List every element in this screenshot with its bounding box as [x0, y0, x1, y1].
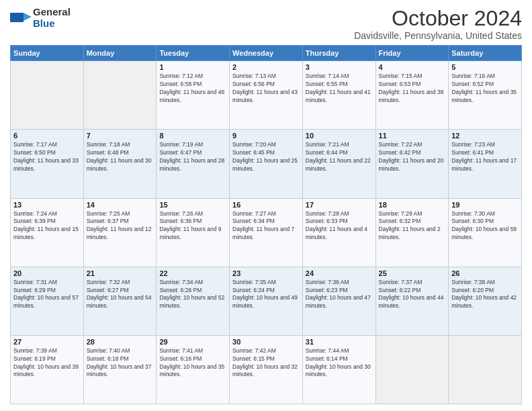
day-info: Sunrise: 7:31 AMSunset: 6:29 PMDaylight:…: [13, 279, 79, 310]
day-info: Sunrise: 7:14 AMSunset: 6:55 PMDaylight:…: [306, 73, 371, 103]
day-info: Sunrise: 7:26 AMSunset: 6:36 PMDaylight:…: [159, 210, 221, 241]
day-info: Sunrise: 7:18 AMSunset: 6:48 PMDaylight:…: [87, 141, 152, 172]
day-info: Sunrise: 7:38 AMSunset: 6:20 PMDaylight:…: [451, 279, 517, 310]
cell-2-5: 18Sunrise: 7:29 AMSunset: 6:32 PMDayligh…: [375, 198, 449, 267]
cell-0-6: 5Sunrise: 7:16 AMSunset: 6:52 PMDaylight…: [449, 61, 522, 130]
day-number: 12: [451, 132, 519, 140]
day-number: 6: [13, 132, 81, 140]
svg-marker-1: [24, 13, 32, 21]
day-info: Sunrise: 7:27 AMSunset: 6:34 PMDaylight:…: [232, 210, 294, 241]
cell-1-3: 9Sunrise: 7:20 AMSunset: 6:45 PMDaylight…: [230, 130, 303, 198]
day-number: 3: [306, 63, 373, 71]
day-info: Sunrise: 7:15 AMSunset: 6:53 PMDaylight:…: [379, 73, 444, 103]
day-number: 14: [87, 201, 154, 209]
day-number: 2: [232, 63, 300, 71]
col-monday: Monday: [83, 46, 157, 61]
calendar-table: Sunday Monday Tuesday Wednesday Thursday…: [10, 45, 522, 404]
cell-1-6: 12Sunrise: 7:23 AMSunset: 6:41 PMDayligh…: [449, 130, 522, 198]
week-row-2: 13Sunrise: 7:24 AMSunset: 6:39 PMDayligh…: [11, 198, 522, 267]
cell-3-6: 26Sunrise: 7:38 AMSunset: 6:20 PMDayligh…: [449, 267, 522, 335]
cell-4-6: [449, 335, 522, 404]
day-number: 1: [159, 63, 226, 71]
col-wednesday: Wednesday: [230, 46, 303, 61]
header-row: Sunday Monday Tuesday Wednesday Thursday…: [11, 46, 522, 61]
calendar-body: 1Sunrise: 7:12 AMSunset: 6:58 PMDaylight…: [11, 61, 522, 404]
cell-3-1: 21Sunrise: 7:32 AMSunset: 6:27 PMDayligh…: [83, 267, 157, 335]
svg-rect-0: [10, 13, 24, 22]
day-info: Sunrise: 7:30 AMSunset: 6:30 PMDaylight:…: [451, 210, 517, 241]
day-number: 13: [13, 201, 81, 209]
cell-0-3: 2Sunrise: 7:13 AMSunset: 6:56 PMDaylight…: [230, 61, 303, 130]
day-number: 9: [232, 132, 300, 140]
cell-4-3: 30Sunrise: 7:42 AMSunset: 6:15 PMDayligh…: [230, 335, 303, 404]
week-row-3: 20Sunrise: 7:31 AMSunset: 6:29 PMDayligh…: [11, 267, 522, 335]
day-info: Sunrise: 7:19 AMSunset: 6:47 PMDaylight:…: [159, 141, 224, 172]
week-row-1: 6Sunrise: 7:17 AMSunset: 6:50 PMDaylight…: [11, 130, 522, 198]
cell-1-5: 11Sunrise: 7:22 AMSunset: 6:42 PMDayligh…: [375, 130, 449, 198]
col-saturday: Saturday: [449, 46, 522, 61]
day-number: 23: [232, 269, 300, 277]
day-info: Sunrise: 7:17 AMSunset: 6:50 PMDaylight:…: [13, 141, 79, 172]
day-number: 11: [379, 132, 446, 140]
logo: General Blue: [10, 7, 71, 29]
day-info: Sunrise: 7:28 AMSunset: 6:33 PMDaylight:…: [306, 210, 367, 241]
cell-4-5: [375, 335, 449, 404]
title-block: October 2024 Davidsville, Pennsylvania, …: [354, 7, 522, 41]
col-thursday: Thursday: [302, 46, 375, 61]
page: General Blue October 2024 Davidsville, P…: [0, 0, 532, 411]
day-number: 17: [306, 201, 373, 209]
day-info: Sunrise: 7:21 AMSunset: 6:44 PMDaylight:…: [306, 141, 371, 172]
day-number: 18: [379, 201, 446, 209]
cell-4-1: 28Sunrise: 7:40 AMSunset: 6:18 PMDayligh…: [83, 335, 157, 404]
cell-3-5: 25Sunrise: 7:37 AMSunset: 6:22 PMDayligh…: [375, 267, 449, 335]
cell-4-4: 31Sunrise: 7:44 AMSunset: 6:14 PMDayligh…: [302, 335, 375, 404]
cell-1-2: 8Sunrise: 7:19 AMSunset: 6:47 PMDaylight…: [157, 130, 230, 198]
day-info: Sunrise: 7:34 AMSunset: 6:26 PMDaylight:…: [159, 279, 224, 310]
col-tuesday: Tuesday: [157, 46, 230, 61]
logo-icon: [10, 7, 32, 29]
cell-2-6: 19Sunrise: 7:30 AMSunset: 6:30 PMDayligh…: [449, 198, 522, 267]
day-number: 16: [232, 201, 300, 209]
day-info: Sunrise: 7:12 AMSunset: 6:58 PMDaylight:…: [159, 73, 224, 103]
day-info: Sunrise: 7:36 AMSunset: 6:23 PMDaylight:…: [306, 279, 371, 310]
cell-1-4: 10Sunrise: 7:21 AMSunset: 6:44 PMDayligh…: [302, 130, 375, 198]
day-number: 31: [306, 338, 373, 346]
day-number: 25: [379, 269, 446, 277]
cell-1-0: 6Sunrise: 7:17 AMSunset: 6:50 PMDaylight…: [11, 130, 84, 198]
day-info: Sunrise: 7:23 AMSunset: 6:41 PMDaylight:…: [451, 141, 517, 172]
day-info: Sunrise: 7:44 AMSunset: 6:14 PMDaylight:…: [306, 347, 371, 378]
day-number: 21: [87, 269, 154, 277]
col-friday: Friday: [375, 46, 449, 61]
logo-general: General: [33, 6, 71, 17]
header: General Blue October 2024 Davidsville, P…: [10, 7, 522, 41]
cell-2-0: 13Sunrise: 7:24 AMSunset: 6:39 PMDayligh…: [11, 198, 84, 267]
day-number: 20: [13, 269, 81, 277]
day-number: 29: [159, 338, 226, 346]
day-number: 22: [159, 269, 226, 277]
day-info: Sunrise: 7:35 AMSunset: 6:24 PMDaylight:…: [232, 279, 298, 310]
cell-2-3: 16Sunrise: 7:27 AMSunset: 6:34 PMDayligh…: [230, 198, 303, 267]
day-info: Sunrise: 7:42 AMSunset: 6:15 PMDaylight:…: [232, 347, 298, 378]
cell-0-5: 4Sunrise: 7:15 AMSunset: 6:53 PMDaylight…: [375, 61, 449, 130]
cell-0-4: 3Sunrise: 7:14 AMSunset: 6:55 PMDaylight…: [302, 61, 375, 130]
cell-3-0: 20Sunrise: 7:31 AMSunset: 6:29 PMDayligh…: [11, 267, 84, 335]
day-info: Sunrise: 7:32 AMSunset: 6:27 PMDaylight:…: [87, 279, 152, 310]
month-title: October 2024: [354, 7, 522, 30]
day-info: Sunrise: 7:29 AMSunset: 6:32 PMDaylight:…: [379, 210, 441, 241]
day-info: Sunrise: 7:25 AMSunset: 6:37 PMDaylight:…: [87, 210, 152, 241]
cell-3-2: 22Sunrise: 7:34 AMSunset: 6:26 PMDayligh…: [157, 267, 230, 335]
day-number: 10: [306, 132, 373, 140]
cell-1-1: 7Sunrise: 7:18 AMSunset: 6:48 PMDaylight…: [83, 130, 157, 198]
week-row-0: 1Sunrise: 7:12 AMSunset: 6:58 PMDaylight…: [11, 61, 522, 130]
day-info: Sunrise: 7:24 AMSunset: 6:39 PMDaylight:…: [13, 210, 79, 241]
day-number: 30: [232, 338, 300, 346]
day-number: 15: [159, 201, 226, 209]
day-number: 19: [451, 201, 519, 209]
day-number: 5: [451, 63, 519, 71]
cell-2-4: 17Sunrise: 7:28 AMSunset: 6:33 PMDayligh…: [302, 198, 375, 267]
day-info: Sunrise: 7:39 AMSunset: 6:19 PMDaylight:…: [13, 347, 79, 378]
logo-blue: Blue: [33, 17, 55, 29]
cell-2-1: 14Sunrise: 7:25 AMSunset: 6:37 PMDayligh…: [83, 198, 157, 267]
col-sunday: Sunday: [11, 46, 84, 61]
cell-3-3: 23Sunrise: 7:35 AMSunset: 6:24 PMDayligh…: [230, 267, 303, 335]
